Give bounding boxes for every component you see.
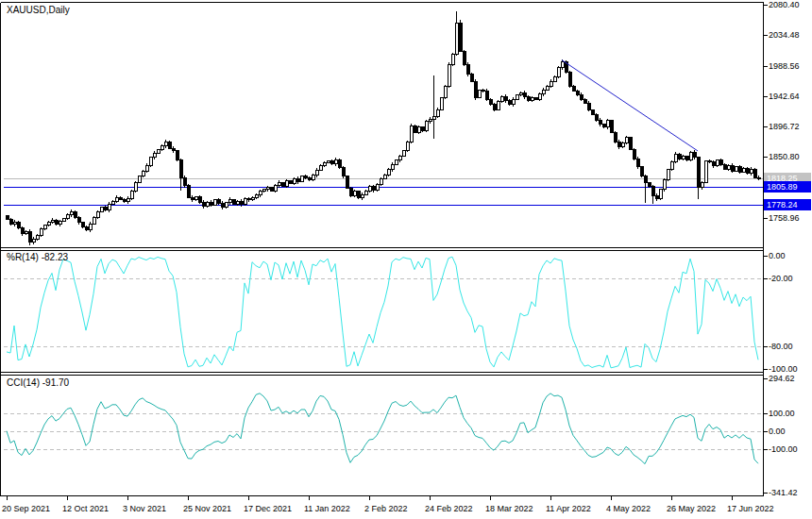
date-axis-label: 18 Mar 2022 (485, 504, 533, 513)
chart-window: XAUUSD,Daily %R(14) -82.23 CCI(14) -91.7… (0, 0, 812, 519)
chart-plot-area[interactable] (0, 0, 812, 519)
wpr-axis-label: 0.00 (769, 251, 786, 260)
cci-axis-label: 0.00 (769, 427, 786, 436)
cci-axis-label: -341.42 (769, 488, 798, 497)
wpr-axis-label: -80.00 (769, 342, 793, 351)
level-price-tag-1805: 1805.89 (764, 181, 811, 193)
price-axis-label: 2080.40 (769, 0, 800, 9)
date-axis-label: 11 Apr 2022 (546, 504, 591, 513)
cci-axis-label: -100.00 (769, 444, 798, 454)
level-price-tag-1778: 1778.24 (764, 199, 811, 210)
panel-borders (1, 3, 768, 501)
cci-line (7, 393, 758, 464)
cci-axis-label: 294.62 (769, 374, 795, 383)
date-axis-label: 3 Nov 2021 (123, 504, 166, 513)
date-axis-label: 2 Feb 2022 (364, 504, 408, 513)
date-axis-label: 17 Dec 2021 (244, 504, 292, 513)
date-axis-label: 17 Jun 2022 (727, 504, 774, 513)
price-axis-label: 1758.96 (769, 213, 800, 223)
wpr-axis-label: -20.00 (769, 274, 793, 283)
date-axis-label: 4 May 2022 (606, 504, 651, 513)
date-axis-label: 26 May 2022 (667, 504, 716, 513)
price-axis-label: 1850.80 (769, 152, 800, 161)
candles (6, 11, 760, 245)
price-axis-label: 1942.64 (769, 92, 800, 101)
date-axis-label: 24 Feb 2022 (425, 504, 473, 513)
cci-indicator-label: CCI(14) -91.70 (7, 377, 69, 388)
date-axis-label: 25 Nov 2021 (183, 504, 231, 513)
cci-axis-label: 100.00 (769, 409, 795, 418)
wpr-indicator-label: %R(14) -82.23 (7, 252, 68, 262)
date-axis-label: 11 Jan 2022 (304, 504, 350, 513)
wpr-axis-label: -100.00 (769, 364, 798, 374)
date-axis-label: 12 Oct 2021 (62, 504, 109, 513)
date-axis-label: 20 Sep 2021 (2, 504, 50, 513)
wpr-line (7, 257, 758, 368)
price-axis-label: 1896.72 (769, 122, 800, 131)
symbol-timeframe-label: XAUUSD,Daily (7, 5, 70, 15)
price-axis-label: 2034.48 (769, 30, 800, 40)
price-axis-label: 1988.56 (769, 61, 800, 71)
